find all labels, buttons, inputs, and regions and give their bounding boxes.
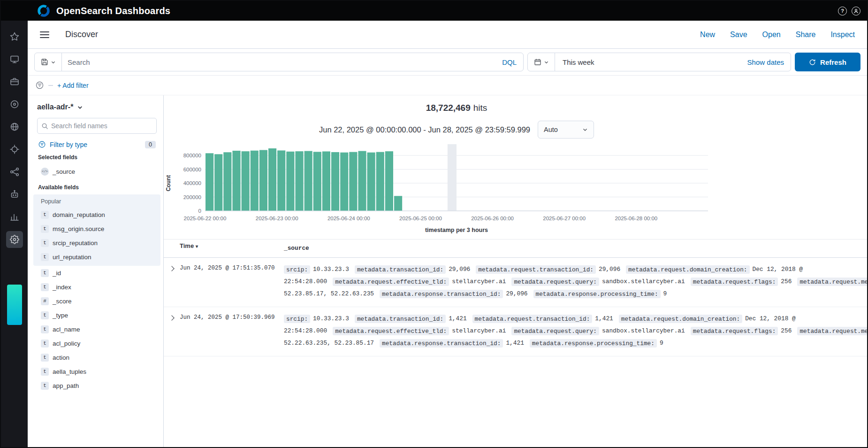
hits-summary: 18,722,469hits [164, 103, 749, 113]
bar-chart-icon[interactable] [6, 209, 23, 225]
search-input[interactable] [62, 53, 495, 71]
string-type-icon: t [41, 325, 49, 333]
source-field-name: metadata.request.query: [511, 327, 599, 335]
stellar-cyber-logo[interactable] [7, 285, 22, 325]
interval-select[interactable]: Auto [538, 121, 594, 139]
doc-source: srcip:10.33.23.3metadata.transaction_id:… [284, 313, 867, 349]
results-table: Time▾ _source Jun 24, 2025 @ 17:51:35.07… [164, 239, 867, 356]
field-search-input[interactable] [51, 122, 152, 130]
page-header: Discover New Save Open Share Inspect [28, 21, 867, 49]
field-name: url_reputation [53, 254, 91, 261]
selected-fields-heading: Selected fields [38, 154, 156, 161]
star-icon[interactable] [6, 28, 23, 45]
chevron-down-icon [51, 60, 56, 65]
field-item-url_reputation[interactable]: turl_reputation [37, 250, 157, 264]
field-item-_type[interactable]: t_type [37, 308, 157, 322]
field-item-_id[interactable]: t_id [37, 266, 157, 280]
time-range-value[interactable]: This week [555, 58, 602, 66]
globe-icon[interactable] [6, 118, 23, 135]
histogram-bar[interactable] [367, 153, 375, 211]
histogram-bar[interactable] [340, 153, 348, 211]
show-dates-button[interactable]: Show dates [741, 58, 791, 66]
field-item-_index[interactable]: t_index [37, 280, 157, 294]
histogram-bar[interactable] [295, 151, 303, 211]
help-icon[interactable]: ? [838, 7, 847, 15]
source-field-value: 10.33.23.3 [313, 266, 349, 273]
save-query-icon [41, 58, 48, 66]
source-field-name: metadata.request.message_type: [797, 327, 867, 335]
histogram-bar[interactable] [251, 151, 259, 211]
briefcase-icon[interactable] [6, 73, 23, 90]
histogram-bar[interactable] [242, 151, 250, 211]
field-item-app_path[interactable]: tapp_path [37, 378, 157, 393]
x-axis-tick: 2025-06-28 00:00 [615, 216, 657, 221]
field-item-action[interactable]: taction [37, 350, 157, 364]
source-field-name: metadata.request.effective_tld: [333, 278, 449, 286]
doc-timestamp: Jun 24, 2025 @ 17:51:35.070 [180, 263, 284, 300]
histogram-bar[interactable] [305, 151, 312, 211]
field-item-aella_tuples[interactable]: taella_tuples [37, 364, 157, 378]
inspect-button[interactable]: Inspect [830, 31, 855, 39]
field-item-acl_policy[interactable]: tacl_policy [37, 336, 157, 350]
histogram-bar[interactable] [394, 196, 402, 211]
field-item-domain_reputation[interactable]: tdomain_reputation [37, 208, 157, 222]
histogram-bar[interactable] [331, 152, 339, 211]
index-pattern-selector[interactable]: aella-adr-* [37, 103, 157, 111]
source-field-name: metadata.response.processing_time: [530, 339, 657, 348]
share-button[interactable]: Share [796, 31, 816, 39]
histogram-bar[interactable] [277, 150, 285, 211]
histogram-bar[interactable] [286, 152, 294, 211]
calendar-menu-button[interactable] [528, 53, 555, 71]
open-button[interactable]: Open [762, 31, 781, 39]
monitor-icon[interactable] [6, 51, 23, 68]
histogram-bar[interactable] [349, 152, 357, 211]
field-item-srcip_reputation[interactable]: tsrcip_reputation [37, 236, 157, 250]
histogram-bar[interactable] [322, 151, 330, 211]
add-filter-button[interactable]: + Add filter [57, 82, 89, 89]
histogram-bar[interactable] [313, 152, 321, 211]
disc-icon[interactable] [6, 96, 23, 113]
histogram-bar[interactable] [376, 152, 384, 211]
bot-icon[interactable] [6, 186, 23, 203]
histogram-bar[interactable] [385, 151, 393, 211]
histogram-bar[interactable] [358, 151, 366, 211]
field-name: acl_name [53, 326, 80, 333]
gear-icon[interactable] [6, 231, 23, 248]
source-type-icon: </> [41, 168, 49, 176]
field-item-msg_origin.source[interactable]: tmsg_origin.source [37, 222, 157, 236]
field-item-acl_name[interactable]: tacl_name [37, 322, 157, 336]
account-icon[interactable] [852, 7, 860, 15]
histogram-bar[interactable] [214, 154, 222, 211]
discover-main-panel: 18,722,469hits Jun 22, 2025 @ 00:00:00.0… [163, 95, 867, 447]
histogram-bar[interactable] [223, 152, 231, 211]
filter-bar: + Add filter [28, 76, 867, 95]
field-item-_score[interactable]: #_score [37, 294, 157, 308]
source-field-name: metadata.transaction_id: [355, 315, 446, 323]
crosshair-icon[interactable] [6, 141, 23, 158]
saved-query-menu-button[interactable] [35, 53, 62, 71]
field-item-_source[interactable]: </> _source [37, 164, 157, 178]
time-column-header[interactable]: Time [180, 242, 194, 249]
histogram-bar[interactable] [232, 151, 240, 211]
histogram-bar[interactable] [268, 148, 276, 211]
menu-icon[interactable] [40, 31, 49, 38]
save-button[interactable]: Save [730, 31, 747, 39]
source-field-name: metadata.response.transaction_id: [380, 339, 503, 348]
filter-by-type-button[interactable]: Filter by type 0 [38, 140, 156, 148]
expand-row-icon[interactable] [169, 266, 174, 271]
source-field-value: 256 [781, 327, 792, 334]
filter-icon[interactable] [35, 81, 44, 90]
y-axis-label: Count [165, 175, 172, 192]
network-icon[interactable] [6, 163, 23, 180]
source-field-value: sandbox.stellarcyber.ai [602, 278, 685, 285]
histogram-bar[interactable] [259, 150, 267, 211]
histogram-bar[interactable] [206, 153, 213, 211]
refresh-button[interactable]: Refresh [795, 53, 860, 71]
string-type-icon: t [41, 283, 49, 291]
sort-descending-icon[interactable]: ▾ [196, 244, 198, 249]
popular-field-list: tdomain_reputationtmsg_origin.sourcetsrc… [37, 208, 157, 264]
field-name: action [53, 354, 69, 361]
expand-row-icon[interactable] [169, 315, 174, 320]
new-button[interactable]: New [700, 31, 715, 39]
query-language-button[interactable]: DQL [495, 53, 523, 71]
